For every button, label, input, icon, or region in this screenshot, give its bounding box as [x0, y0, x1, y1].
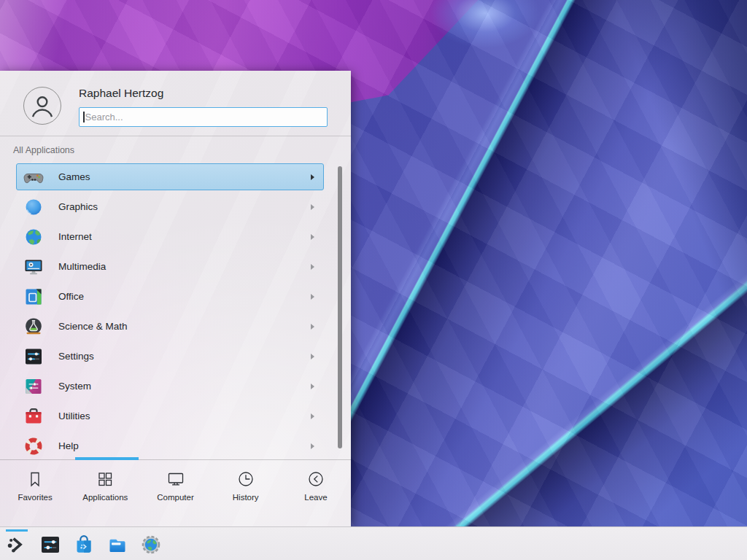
- submenu-arrow-icon: [311, 174, 314, 180]
- category-science-math[interactable]: Science & Math: [16, 313, 324, 340]
- tab-label: Leave: [304, 493, 327, 502]
- tab-leave[interactable]: Leave: [281, 460, 351, 526]
- category-label: System: [58, 381, 311, 392]
- user-avatar[interactable]: [23, 87, 61, 125]
- taskbar-panel: ES 7:03 PM 4/24/21: [0, 526, 747, 560]
- office-icon: [23, 287, 44, 307]
- help-icon: [23, 436, 44, 456]
- category-label: Multimedia: [58, 261, 311, 272]
- category-label: Games: [58, 171, 311, 182]
- file-manager-button[interactable]: [107, 534, 128, 556]
- search-placeholder: Search...: [85, 112, 123, 122]
- submenu-arrow-icon: [311, 443, 314, 449]
- bookmark-icon: [26, 470, 44, 489]
- category-list: Games Graphics: [16, 163, 324, 459]
- category-graphics[interactable]: Graphics: [16, 193, 324, 220]
- tab-computer[interactable]: Computer: [140, 460, 210, 526]
- multimedia-icon: [23, 257, 44, 277]
- system-settings-icon: [39, 534, 61, 556]
- category-label: Science & Math: [58, 321, 311, 332]
- tab-applications[interactable]: Applications: [70, 460, 140, 526]
- category-system[interactable]: System: [16, 373, 324, 400]
- active-tab-indicator: [75, 457, 139, 460]
- kickoff-icon: [6, 534, 28, 556]
- submenu-arrow-icon: [311, 413, 314, 419]
- submenu-arrow-icon: [311, 234, 314, 240]
- submenu-arrow-icon: [311, 384, 314, 389]
- tab-label: History: [233, 493, 259, 502]
- user-name: Raphael Hertzog: [79, 87, 163, 100]
- graphics-icon: [23, 197, 44, 217]
- web-browser-button[interactable]: [140, 534, 162, 556]
- category-games[interactable]: Games: [16, 163, 324, 190]
- desktop: { "menu": { "user_name": "Raphael Hertzo…: [0, 0, 747, 560]
- games-icon: [23, 167, 44, 187]
- category-help[interactable]: Help: [16, 432, 324, 459]
- monitor-icon: [166, 470, 185, 489]
- header-separator: [0, 136, 351, 136]
- science-icon: [23, 316, 44, 337]
- category-label: Internet: [58, 231, 311, 242]
- category-settings[interactable]: Settings: [16, 343, 324, 370]
- submenu-arrow-icon: [311, 294, 314, 300]
- settings-icon: [23, 346, 44, 367]
- folder-icon: [107, 534, 128, 556]
- menu-footer-tabs: Favorites Applications Computer: [0, 459, 351, 526]
- category-label: Settings: [58, 351, 311, 362]
- globe-gear-icon: [140, 534, 162, 556]
- tab-label: Applications: [82, 493, 128, 502]
- discover-button[interactable]: [73, 534, 95, 556]
- application-launcher-button[interactable]: [6, 534, 28, 556]
- tab-favorites[interactable]: Favorites: [0, 460, 70, 526]
- application-launcher-menu: Raphael Hertzog Search... All Applicatio…: [0, 71, 351, 526]
- category-internet[interactable]: Internet: [16, 223, 324, 250]
- text-cursor: [83, 112, 85, 122]
- section-label: All Applications: [13, 145, 74, 155]
- submenu-arrow-icon: [311, 354, 314, 359]
- search-input[interactable]: Search...: [79, 107, 328, 127]
- submenu-arrow-icon: [311, 264, 314, 270]
- scrollbar[interactable]: [338, 166, 342, 448]
- category-office[interactable]: Office: [16, 283, 324, 310]
- grid-icon: [96, 470, 115, 489]
- system-settings-button[interactable]: [39, 534, 61, 556]
- leave-circle-icon: [306, 470, 325, 489]
- launcher-active-indicator: [6, 529, 28, 532]
- utilities-icon: [23, 406, 44, 427]
- tab-label: Favorites: [18, 493, 52, 502]
- tab-history[interactable]: History: [211, 460, 281, 526]
- category-multimedia[interactable]: Multimedia: [16, 253, 324, 280]
- category-label: Utilities: [58, 411, 311, 421]
- menu-header: Raphael Hertzog Search...: [0, 71, 351, 136]
- category-utilities[interactable]: Utilities: [16, 402, 324, 429]
- internet-icon: [23, 227, 44, 247]
- category-label: Office: [58, 291, 311, 302]
- tab-label: Computer: [157, 493, 194, 502]
- clock-icon: [236, 470, 255, 489]
- submenu-arrow-icon: [311, 324, 314, 330]
- system-icon: [23, 376, 44, 397]
- submenu-arrow-icon: [311, 204, 314, 210]
- discover-bag-icon: [73, 534, 95, 556]
- category-label: Graphics: [58, 201, 311, 212]
- category-label: Help: [58, 440, 311, 451]
- person-icon: [28, 92, 56, 120]
